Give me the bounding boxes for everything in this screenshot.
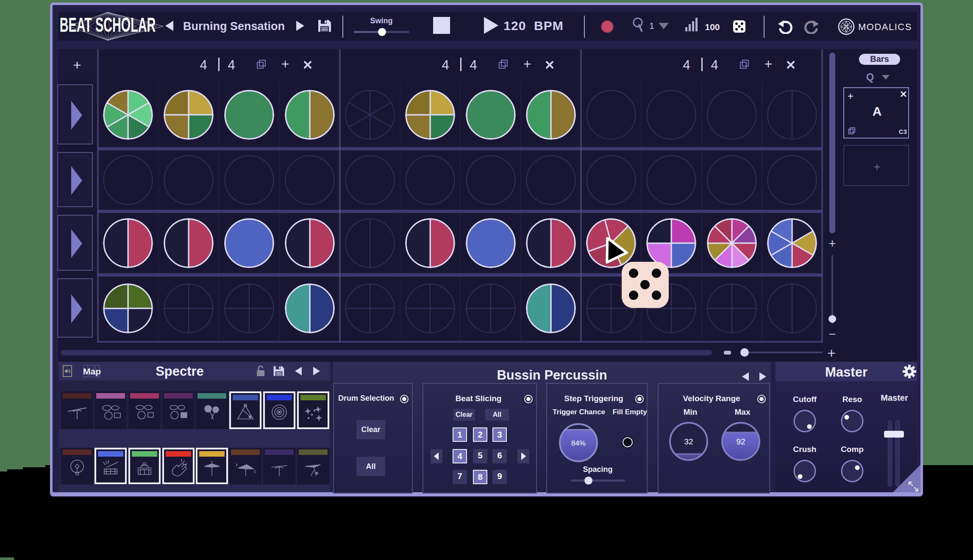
svg-text:92: 92 xyxy=(736,437,745,446)
svg-text:32: 32 xyxy=(684,437,693,446)
svg-text:84%: 84% xyxy=(571,439,586,447)
